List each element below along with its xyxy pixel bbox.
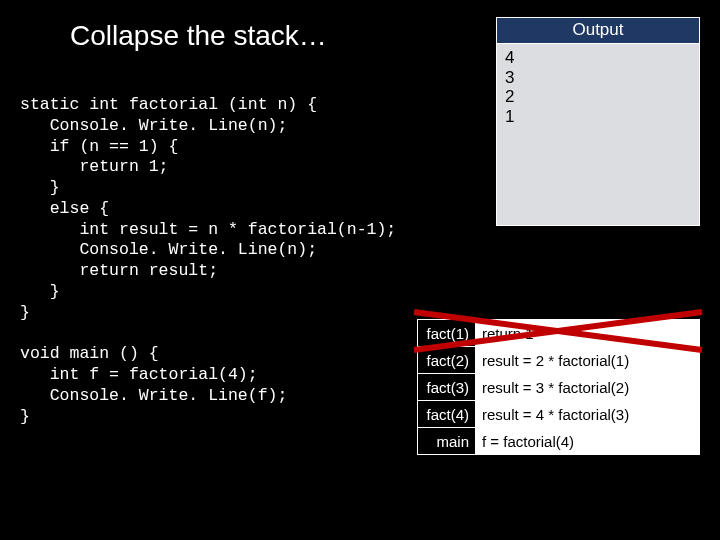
output-line: 4 <box>505 48 691 68</box>
output-line: 3 <box>505 68 691 88</box>
stack-frame-label: fact(1) <box>418 320 476 346</box>
stack-frame-label: fact(4) <box>418 401 476 427</box>
stack-row: fact(4) result = 4 * factorial(3) <box>417 400 700 428</box>
stack-row: fact(2) result = 2 * factorial(1) <box>417 346 700 374</box>
stack-frame-expr: result = 2 * factorial(1) <box>476 347 699 373</box>
stack-row: fact(1) return 1 <box>417 319 700 347</box>
output-body: 4 3 2 1 <box>497 44 699 130</box>
stack-frame-label: fact(3) <box>418 374 476 400</box>
stack-frame-expr: result = 4 * factorial(3) <box>476 401 699 427</box>
output-line: 1 <box>505 107 691 127</box>
stack-frame-expr: result = 3 * factorial(2) <box>476 374 699 400</box>
slide-title: Collapse the stack… <box>70 20 327 52</box>
stack-frame-label: fact(2) <box>418 347 476 373</box>
stack-frame-label: main <box>418 428 476 454</box>
stack-frame-expr: f = factorial(4) <box>476 428 699 454</box>
stack-frame-expr: return 1 <box>476 320 699 346</box>
output-line: 2 <box>505 87 691 107</box>
stack-row: fact(3) result = 3 * factorial(2) <box>417 373 700 401</box>
output-panel: Output 4 3 2 1 <box>496 17 700 226</box>
code-block: static int factorial (int n) { Console. … <box>20 95 396 428</box>
call-stack: fact(1) return 1 fact(2) result = 2 * fa… <box>417 319 700 454</box>
stack-row: main f = factorial(4) <box>417 427 700 455</box>
output-header: Output <box>497 18 699 44</box>
